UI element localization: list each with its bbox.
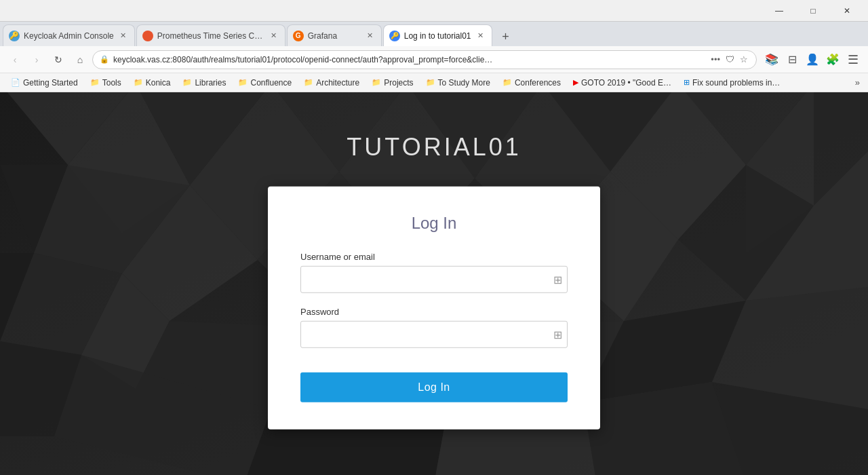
bookmark-label-to-study-more: To Study More	[438, 78, 490, 88]
addr-more-button[interactable]: •••	[709, 53, 722, 66]
bookmark-goto-2019[interactable]: ▶ GOTO 2019 • "Good E…	[568, 77, 677, 89]
nav-bar: ‹ › ↻ ⌂ 🔒 keycloak.vas.cz:8080/auth/real…	[0, 46, 868, 73]
tab-label-tutorial: Log in to tutorial01	[404, 31, 471, 41]
bookmark-label-projects: Projects	[384, 78, 413, 88]
bookmark-to-study-more[interactable]: 📁 To Study More	[420, 77, 496, 89]
sidebar-icon[interactable]: ⊟	[783, 50, 802, 69]
bookmark-conferences[interactable]: 📁 Conferences	[497, 77, 566, 89]
extensions-icon[interactable]: 🧩	[823, 50, 842, 69]
bookmark-icon-goto-2019: ▶	[573, 78, 578, 87]
tab-bar: 🔑 Keycloak Admin Console ✕ Prometheus Ti…	[0, 22, 868, 46]
nav-right-icons: 📚 ⊟ 👤 🧩 ☰	[762, 50, 863, 69]
realm-title-area: TUTORIAL01	[0, 92, 868, 162]
bookmark-icon-getting-started: 📄	[11, 78, 20, 87]
shield-icon[interactable]: 🛡	[724, 53, 736, 66]
tab-close-keycloak[interactable]: ✕	[118, 31, 129, 41]
bookmark-icon-confluence: 📁	[238, 78, 248, 87]
title-bar: — □ ✕	[0, 0, 868, 22]
password-input-wrapper: ⊞	[300, 321, 568, 348]
bookmarks-library-icon[interactable]: 📚	[762, 50, 781, 69]
window-controls: — □ ✕	[764, 0, 863, 22]
tab-label-keycloak: Keycloak Admin Console	[24, 31, 114, 41]
minimize-button[interactable]: —	[764, 0, 795, 22]
tab-close-prometheus[interactable]: ✕	[269, 31, 279, 41]
refresh-button[interactable]: ↻	[49, 50, 68, 69]
address-url: keycloak.vas.cz:8080/auth/realms/tutoria…	[113, 55, 705, 64]
maximize-button[interactable]: □	[797, 0, 829, 22]
menu-icon[interactable]: ☰	[844, 50, 863, 69]
close-button[interactable]: ✕	[831, 0, 863, 22]
bookmarks-bar: 📄 Getting Started 📁 Tools 📁 Konica 📁 Lib…	[0, 73, 868, 92]
forward-button[interactable]: ›	[27, 50, 46, 69]
bookmarks-overflow-button[interactable]: »	[852, 76, 863, 89]
bookmark-icon-konica: 📁	[134, 78, 143, 87]
bookmark-projects[interactable]: 📁 Projects	[366, 77, 418, 89]
username-input-wrapper: ⊞	[300, 266, 568, 293]
tab-favicon-grafana: G	[293, 31, 304, 41]
bookmark-icon-fix-sound: ⊞	[684, 78, 690, 87]
bookmark-libraries[interactable]: 📁 Libraries	[177, 77, 231, 89]
bookmark-label-libraries: Libraries	[195, 78, 226, 88]
bookmark-icon-architecture: 📁	[304, 78, 313, 87]
username-form-group: Username or email ⊞	[300, 252, 568, 293]
address-bar[interactable]: 🔒 keycloak.vas.cz:8080/auth/realms/tutor…	[92, 50, 757, 69]
tab-favicon-tutorial: 🔑	[389, 31, 400, 41]
back-button[interactable]: ‹	[5, 50, 24, 69]
bookmark-icon-projects: 📁	[372, 78, 381, 87]
tab-tutorial[interactable]: 🔑 Log in to tutorial01 ✕	[383, 24, 492, 46]
tab-grafana[interactable]: G Grafana ✕	[287, 24, 382, 46]
password-autofill-icon[interactable]: ⊞	[553, 328, 562, 341]
tab-close-tutorial[interactable]: ✕	[475, 31, 486, 41]
bookmark-label-fix-sound: Fix sound problems in…	[692, 78, 780, 88]
home-button[interactable]: ⌂	[71, 50, 90, 69]
bookmark-architecture[interactable]: 📁 Architecture	[298, 77, 365, 89]
bookmark-label-tools: Tools	[102, 78, 121, 88]
profile-icon[interactable]: 👤	[803, 50, 822, 69]
tab-favicon-keycloak: 🔑	[9, 31, 20, 41]
bookmark-confluence[interactable]: 📁 Confluence	[233, 77, 297, 89]
realm-title: TUTORIAL01	[347, 133, 521, 162]
new-tab-button[interactable]: +	[496, 27, 515, 46]
tab-favicon-prometheus	[142, 31, 153, 41]
bookmark-star-icon[interactable]: ☆	[738, 53, 749, 66]
page-content: TUTORIAL01 Log In Username or email ⊞ Pa…	[0, 92, 868, 475]
login-card-title: Log In	[300, 214, 568, 233]
login-card-wrapper: Log In Username or email ⊞ Password ⊞ L	[268, 187, 600, 430]
password-input[interactable]	[300, 321, 568, 348]
bookmark-icon-tools: 📁	[90, 78, 100, 87]
username-autofill-icon[interactable]: ⊞	[553, 273, 562, 286]
bookmark-label-getting-started: Getting Started	[23, 78, 78, 88]
password-form-group: Password ⊞	[300, 307, 568, 348]
login-submit-button[interactable]: Log In	[300, 373, 568, 402]
bookmark-label-confluence: Confluence	[250, 78, 292, 88]
bookmark-fix-sound[interactable]: ⊞ Fix sound problems in…	[678, 77, 785, 89]
tab-label-grafana: Grafana	[308, 31, 361, 41]
username-input[interactable]	[300, 266, 568, 293]
bookmark-getting-started[interactable]: 📄 Getting Started	[5, 77, 83, 89]
password-label: Password	[300, 307, 568, 317]
bookmark-label-conferences: Conferences	[515, 78, 561, 88]
tab-close-grafana[interactable]: ✕	[365, 31, 376, 41]
tab-label-prometheus: Prometheus Time Series Collec…	[157, 31, 264, 41]
bookmark-icon-to-study-more: 📁	[426, 78, 435, 87]
login-card: Log In Username or email ⊞ Password ⊞ L	[268, 187, 600, 430]
tab-prometheus[interactable]: Prometheus Time Series Collec… ✕	[136, 24, 285, 46]
lock-icon: 🔒	[100, 55, 109, 64]
bookmark-label-konica: Konica	[146, 78, 171, 88]
bookmark-konica[interactable]: 📁 Konica	[128, 77, 176, 89]
bookmark-tools[interactable]: 📁 Tools	[85, 77, 127, 89]
username-label: Username or email	[300, 252, 568, 262]
bookmark-label-goto-2019: GOTO 2019 • "Good E…	[581, 78, 671, 88]
bookmark-label-architecture: Architecture	[316, 78, 359, 88]
bookmark-icon-conferences: 📁	[502, 78, 512, 87]
bookmark-icon-libraries: 📁	[182, 78, 192, 87]
tab-keycloak[interactable]: 🔑 Keycloak Admin Console ✕	[3, 24, 135, 46]
